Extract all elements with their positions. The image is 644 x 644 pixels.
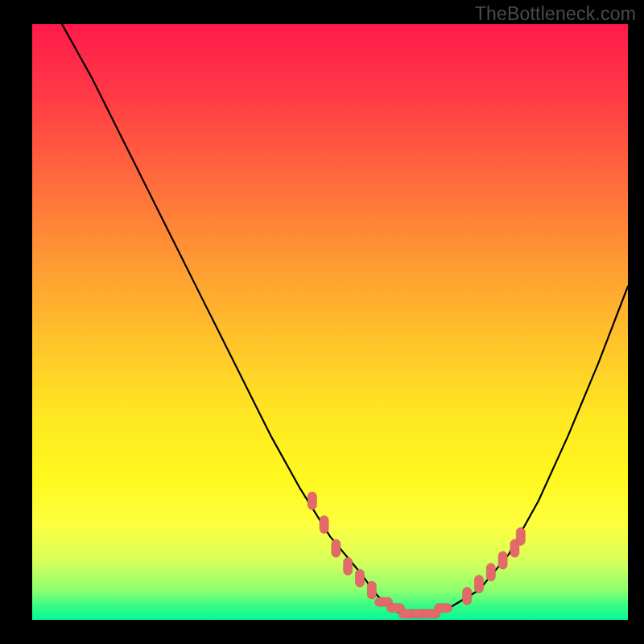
watermark-label: TheBottleneck.com [475,3,636,25]
marker-point [516,527,525,545]
marker-point [486,564,495,581]
marker-point [320,516,328,534]
plot-area [32,24,628,620]
marker-point [367,581,376,599]
marker-point [344,557,353,575]
marker-point [332,539,341,557]
marker-group [308,492,525,618]
marker-point [463,587,472,605]
marker-point [498,551,507,569]
marker-point [308,492,316,510]
chart-svg [32,24,628,620]
bottleneck-curve [62,24,628,614]
chart-frame: TheBottleneck.com [0,0,644,644]
marker-point [435,604,452,613]
marker-point [475,576,484,593]
marker-point [356,569,365,587]
